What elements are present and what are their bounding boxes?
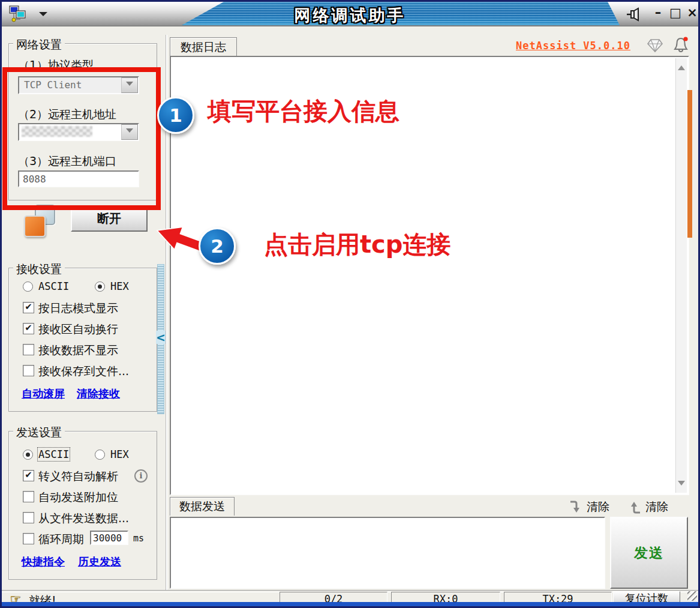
arrow-up-icon xyxy=(627,500,642,514)
send-input[interactable] xyxy=(170,517,605,589)
save-to-file-label[interactable]: 接收保存到文件... xyxy=(38,364,129,379)
panel-splitter-handle[interactable]: < xyxy=(157,264,164,414)
send-button[interactable]: 发送 xyxy=(610,517,688,589)
send-hex-label[interactable]: HEX xyxy=(110,448,129,460)
clear-receive-button[interactable]: 清除 xyxy=(569,499,609,515)
log-mode-label[interactable]: 按日志模式显示 xyxy=(38,301,118,316)
send-ascii-label[interactable]: ASCII xyxy=(38,448,69,460)
window-bottom-band xyxy=(2,602,698,606)
receive-hex-label[interactable]: HEX xyxy=(110,280,129,292)
tab-data-log[interactable]: 数据日志 xyxy=(170,37,237,56)
notification-dot xyxy=(683,37,687,41)
annotation-step2-badge: 2 xyxy=(199,227,236,265)
log-mode-checkbox[interactable]: ✔ xyxy=(23,302,34,313)
cycle-send-checkbox[interactable] xyxy=(23,533,34,544)
receive-hex-radio[interactable] xyxy=(95,281,105,292)
append-bits-checkbox[interactable] xyxy=(23,491,34,502)
history-send-link[interactable]: 历史发送 xyxy=(78,555,121,569)
receive-ascii-label[interactable]: ASCII xyxy=(38,280,69,292)
receive-ascii-radio[interactable] xyxy=(23,281,33,292)
annotation-highlight-box xyxy=(2,67,161,210)
pin-icon[interactable] xyxy=(626,7,641,22)
diamond-icon[interactable] xyxy=(647,38,663,53)
scroll-down-icon[interactable] xyxy=(678,481,685,489)
send-button-label: 发送 xyxy=(634,544,664,562)
app-menu-caret-icon[interactable] xyxy=(39,12,47,20)
send-hex-radio[interactable] xyxy=(95,450,105,460)
receive-settings-title: 接收设置 xyxy=(13,262,65,277)
cycle-period-input[interactable] xyxy=(90,531,128,545)
save-to-file-checkbox[interactable] xyxy=(23,365,34,376)
annotation-step2-text: 点击启用tcp连接 xyxy=(264,228,450,261)
hide-received-label[interactable]: 接收数据不显示 xyxy=(38,343,118,358)
netassist-window: { "titlebar": { "title": "网络调试助手", "mini… xyxy=(0,0,700,608)
shortcut-commands-link[interactable]: 快捷指令 xyxy=(22,555,65,569)
auto-wrap-checkbox[interactable]: ✔ xyxy=(23,323,34,334)
annotation-edge-stripe xyxy=(687,90,692,238)
info-icon[interactable]: i xyxy=(134,469,148,483)
send-from-file-label[interactable]: 从文件发送数据... xyxy=(38,511,129,526)
clear-send-button-label: 清除 xyxy=(645,499,668,515)
clear-receive-link[interactable]: 清除接收 xyxy=(77,387,120,401)
cycle-send-label[interactable]: 循环周期 xyxy=(38,532,84,547)
send-settings-title: 发送设置 xyxy=(13,425,65,441)
minimize-button[interactable]: – xyxy=(651,4,665,21)
annotation-step1-text: 填写平台接入信息 xyxy=(208,95,399,128)
auto-scroll-link[interactable]: 自动滚屏 xyxy=(22,387,65,401)
log-scrollbar[interactable] xyxy=(675,58,687,493)
connection-status-orange-square-icon xyxy=(24,215,46,237)
clear-receive-button-label: 清除 xyxy=(587,499,609,515)
close-button[interactable]: × xyxy=(685,4,699,21)
maximize-button[interactable]: □ xyxy=(668,4,683,21)
append-bits-label[interactable]: 自动发送附加位 xyxy=(38,490,118,505)
hide-received-checkbox[interactable] xyxy=(23,344,34,355)
network-settings-title: 网络设置 xyxy=(13,37,65,53)
auto-wrap-label[interactable]: 接收区自动换行 xyxy=(38,322,118,337)
escape-parse-label[interactable]: 转义符自动解析 xyxy=(38,469,118,484)
clear-send-button[interactable]: 清除 xyxy=(627,499,668,515)
resize-grip[interactable] xyxy=(687,591,697,601)
send-ascii-radio[interactable] xyxy=(23,450,33,460)
app-network-icon[interactable] xyxy=(8,5,32,23)
send-from-file-checkbox[interactable] xyxy=(23,512,34,523)
arrow-down-icon xyxy=(569,500,583,514)
titlebar[interactable]: 网络调试助手 – □ × xyxy=(2,2,698,26)
annotation-step1-badge: 1 xyxy=(157,97,194,134)
collapse-left-icon[interactable]: < xyxy=(156,331,166,344)
scroll-up-icon[interactable] xyxy=(678,62,685,70)
notification-bell-icon[interactable] xyxy=(672,36,690,54)
cycle-unit-label: ms xyxy=(133,533,144,544)
version-link[interactable]: NetAssist V5.0.10 xyxy=(516,40,630,52)
tab-data-send[interactable]: 数据发送 xyxy=(170,497,235,516)
escape-parse-checkbox[interactable]: ✔ xyxy=(23,470,34,481)
window-title: 网络调试助手 xyxy=(2,5,698,26)
